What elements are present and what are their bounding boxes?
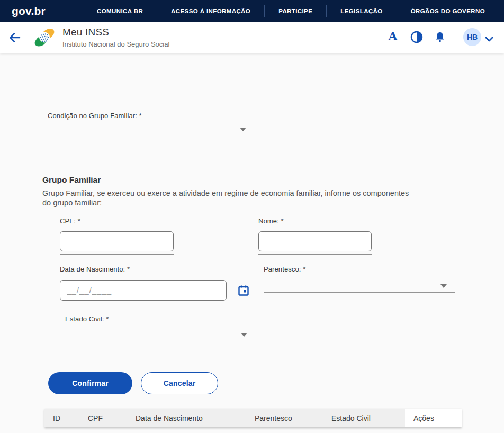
app-header: Meu INSS Instituto Nacional do Seguro So… (0, 22, 504, 53)
grupo-familiar-section-description: Grupo Familiar, se exerceu ou exerce a a… (42, 189, 416, 208)
parentesco-label: Parentesco: * (264, 265, 305, 273)
grupo-familiar-table-header: ID CPF Data de Nascimento Parentesco Est… (44, 409, 462, 427)
parentesco-select[interactable] (264, 278, 455, 293)
font-size-icon[interactable]: A (385, 29, 400, 43)
table-header-data-nascimento: Data de Nascimento (127, 409, 246, 427)
table-header-cpf: CPF (79, 409, 127, 427)
user-menu-chevron-down-icon[interactable] (484, 35, 494, 44)
app-title-box: Meu INSS Instituto Nacional do Seguro So… (62, 26, 169, 48)
contrast-icon[interactable] (409, 30, 424, 44)
govbr-logo[interactable]: gov.br (12, 5, 46, 17)
cancelar-button[interactable]: Cancelar (141, 372, 218, 394)
data-nascimento-label: Data de Nascimento: * (60, 265, 130, 273)
condicao-grupo-familiar-label: Condição no Grupo Familiar: * (48, 112, 142, 120)
nome-input-underline (258, 254, 372, 255)
calendar-icon[interactable] (237, 284, 250, 297)
notifications-bell-icon[interactable] (433, 30, 447, 44)
nav-item-comunica-br[interactable]: COMUNICA BR (83, 8, 157, 14)
dropdown-arrow-icon (241, 333, 247, 337)
condicao-grupo-familiar-select[interactable] (48, 121, 255, 136)
dropdown-arrow-icon (440, 284, 447, 288)
data-nascimento-input[interactable] (60, 280, 227, 301)
grupo-familiar-section-title: Grupo Familiar (42, 175, 101, 185)
cpf-input[interactable] (60, 231, 174, 251)
meu-inss-page: gov.br COMUNICA BR ACESSO À INFORMAÇÃO P… (0, 0, 504, 433)
form-content: Condição no Grupo Familiar: * Grupo Fami… (0, 53, 504, 433)
nav-item-acesso-a-informacao[interactable]: ACESSO À INFORMAÇÃO (157, 8, 264, 14)
header-divider (455, 28, 455, 48)
estado-civil-select[interactable] (65, 327, 256, 341)
cpf-input-underline (60, 254, 174, 255)
nome-input[interactable] (258, 231, 372, 251)
data-nascimento-underline (60, 303, 254, 303)
cpf-label: CPF: * (60, 217, 80, 225)
nav-item-orgaos-do-governo[interactable]: ÓRGÃOS DO GOVERNO (397, 8, 499, 14)
page-subtitle: Instituto Nacional do Seguro Social (62, 40, 169, 48)
table-header-id: ID (44, 409, 79, 427)
user-avatar[interactable]: HB (463, 28, 481, 46)
nav-item-legislacao[interactable]: LEGISLAÇÃO (327, 8, 396, 14)
estado-civil-label: Estado Civil: * (65, 315, 109, 323)
confirmar-button[interactable]: Confirmar (48, 372, 132, 394)
govbr-topbar: gov.br COMUNICA BR ACESSO À INFORMAÇÃO P… (0, 0, 504, 22)
nome-label: Nome: * (258, 217, 284, 225)
dropdown-arrow-icon (240, 128, 246, 131)
page-title: Meu INSS (62, 26, 169, 38)
govbr-nav: COMUNICA BR ACESSO À INFORMAÇÃO PARTICIP… (83, 0, 499, 22)
back-arrow-icon (8, 31, 22, 44)
nav-item-participe[interactable]: PARTICIPE (265, 8, 326, 14)
back-button[interactable] (8, 31, 22, 44)
table-header-parentesco: Parentesco (246, 409, 323, 427)
table-header-acoes: Ações (405, 409, 462, 427)
table-header-estado-civil: Estado Civil (323, 409, 405, 427)
inss-logo-icon (33, 27, 56, 48)
